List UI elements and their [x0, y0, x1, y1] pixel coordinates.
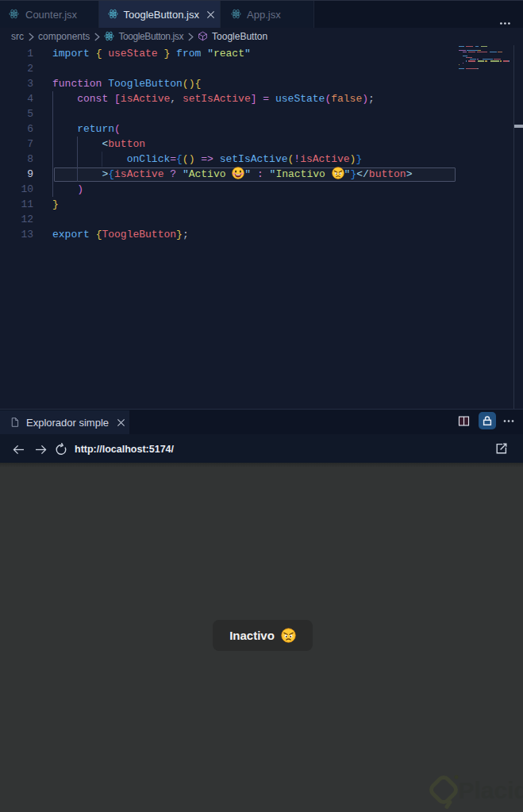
- svg-text:Placid: Placid: [459, 777, 523, 803]
